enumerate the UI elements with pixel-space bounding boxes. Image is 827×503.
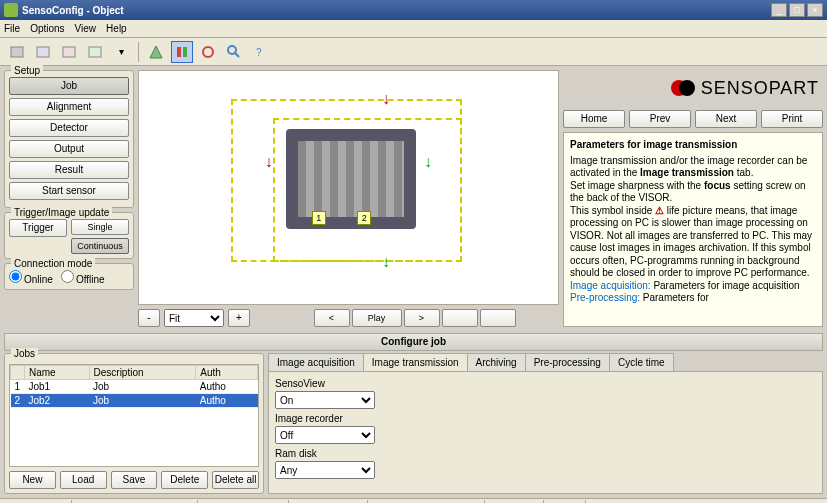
close-button[interactable]: × — [807, 3, 823, 17]
tab-cycle-time[interactable]: Cycle time — [609, 353, 674, 371]
ramdisk-select[interactable]: Any — [275, 461, 375, 479]
setup-alignment-button[interactable]: Alignment — [9, 98, 129, 116]
trigger-button[interactable]: Trigger — [9, 219, 67, 237]
arrow-bottom-green-icon: ↓ — [382, 253, 390, 271]
recorder-label: Image recorder — [275, 413, 816, 424]
nav-home-button[interactable]: Home — [563, 110, 625, 128]
brand-logo-icon — [671, 78, 695, 98]
play-extra1-button[interactable] — [442, 309, 478, 327]
tool-shape[interactable] — [145, 41, 167, 63]
tab-image-transmission[interactable]: Image transmission — [363, 353, 468, 371]
nav-prev-button[interactable]: Prev — [629, 110, 691, 128]
job-deleteall-button[interactable]: Delete all — [212, 471, 259, 489]
tab-image-acquisition[interactable]: Image acquisition — [268, 353, 364, 371]
setup-job-button[interactable]: Job — [9, 77, 129, 95]
jobs-legend: Jobs — [11, 348, 38, 359]
tool-2[interactable] — [32, 41, 54, 63]
help-link-preprocessing[interactable]: Pre-processing: — [570, 292, 640, 303]
warning-icon: ⚠ — [655, 205, 664, 216]
menu-options[interactable]: Options — [30, 23, 64, 34]
svg-rect-0 — [11, 47, 23, 57]
jobs-col-desc[interactable]: Description — [89, 366, 196, 380]
recorder-select[interactable]: Off — [275, 426, 375, 444]
jobs-col-name[interactable]: Name — [25, 366, 90, 380]
tool-search[interactable] — [223, 41, 245, 63]
arrow-top-icon: ↓ — [382, 90, 390, 108]
setup-detector-button[interactable]: Detector — [9, 119, 129, 137]
tool-roi[interactable] — [171, 41, 193, 63]
minimize-button[interactable]: _ — [771, 3, 787, 17]
arrow-right-green-icon: ↓ — [424, 153, 432, 171]
table-row[interactable]: 2Job2JobAutho — [11, 394, 258, 408]
nav-next-button[interactable]: Next — [695, 110, 757, 128]
arrow-left-icon: ↓ — [265, 153, 273, 171]
status-xy: X:0 Y:0 I:0 — [485, 500, 544, 504]
tool-dropdown[interactable]: ▾ — [110, 41, 132, 63]
connection-offline-radio[interactable]: Offline — [61, 270, 105, 285]
tool-help[interactable]: ? — [249, 41, 271, 63]
window-title: SensoConfig - Object — [22, 5, 771, 16]
sensoview-label: SensoView — [275, 378, 816, 389]
sensoview-select[interactable]: On — [275, 391, 375, 409]
tool-3[interactable] — [58, 41, 80, 63]
menu-help[interactable]: Help — [106, 23, 127, 34]
app-icon — [4, 3, 18, 17]
svg-rect-5 — [177, 47, 181, 57]
svg-rect-2 — [63, 47, 75, 57]
svg-point-7 — [203, 47, 213, 57]
menu-file[interactable]: File — [4, 23, 20, 34]
connection-legend: Connection mode — [11, 258, 95, 269]
jobs-col-auth[interactable]: Auth — [196, 366, 258, 380]
setup-result-button[interactable]: Result — [9, 161, 129, 179]
table-row[interactable]: 1Job1JobAutho — [11, 380, 258, 394]
help-title: Parameters for image transmission — [570, 139, 816, 152]
play-prev-button[interactable]: < — [314, 309, 350, 327]
svg-rect-6 — [183, 47, 187, 57]
jobs-table[interactable]: Name Description Auth 1Job1JobAutho 2Job… — [9, 364, 259, 467]
help-panel: Parameters for image transmission Image … — [563, 132, 823, 327]
brand-name: SENSOPART — [701, 78, 819, 99]
tool-1[interactable] — [6, 41, 28, 63]
play-next-button[interactable]: > — [404, 309, 440, 327]
play-extra2-button[interactable] — [480, 309, 516, 327]
tab-preprocessing[interactable]: Pre-processing — [525, 353, 610, 371]
job-new-button[interactable]: New — [9, 471, 56, 489]
trigger-legend: Trigger/Image update — [11, 207, 112, 218]
trigger-continuous-button[interactable]: Continuous — [71, 238, 129, 254]
nav-print-button[interactable]: Print — [761, 110, 823, 128]
status-dout-label: DOUT — [544, 500, 585, 504]
svg-text:?: ? — [256, 47, 262, 58]
tool-4[interactable] — [84, 41, 106, 63]
job-save-button[interactable]: Save — [111, 471, 158, 489]
zoom-out-button[interactable]: - — [138, 309, 160, 327]
menu-view[interactable]: View — [75, 23, 97, 34]
job-load-button[interactable]: Load — [60, 471, 107, 489]
setup-output-button[interactable]: Output — [9, 140, 129, 158]
ramdisk-label: Ram disk — [275, 448, 816, 459]
job-delete-button[interactable]: Delete — [161, 471, 208, 489]
sensor-image: 1 2 — [286, 129, 416, 229]
tool-target[interactable] — [197, 41, 219, 63]
svg-line-9 — [235, 53, 239, 57]
help-link-acquisition[interactable]: Image acquisition: — [570, 280, 651, 291]
maximize-button[interactable]: □ — [789, 3, 805, 17]
svg-point-8 — [228, 46, 236, 54]
image-viewer[interactable]: 1 2 ↓ ↓ ↓ ↓ — [138, 70, 559, 305]
svg-marker-4 — [150, 46, 162, 58]
configure-job-header: Configure job — [4, 333, 823, 351]
svg-rect-1 — [37, 47, 49, 57]
zoom-select[interactable]: Fit — [164, 309, 224, 327]
zoom-in-button[interactable]: + — [228, 309, 250, 327]
svg-rect-3 — [89, 47, 101, 57]
setup-legend: Setup — [11, 65, 43, 76]
connection-online-radio[interactable]: Online — [9, 270, 53, 285]
setup-start-button[interactable]: Start sensor — [9, 182, 129, 200]
tab-archiving[interactable]: Archiving — [467, 353, 526, 371]
trigger-single-button[interactable]: Single — [71, 219, 129, 235]
play-button[interactable]: Play — [352, 309, 402, 327]
